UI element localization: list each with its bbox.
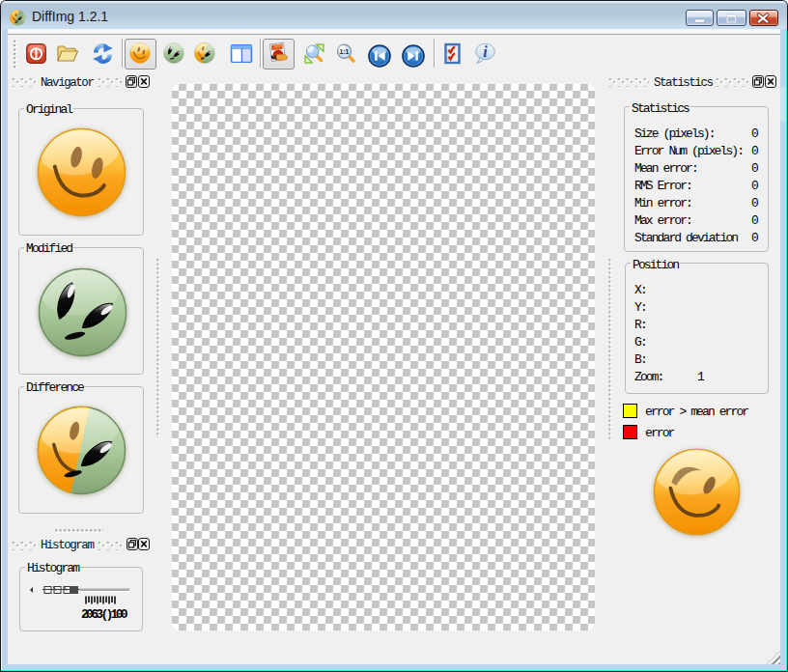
- svg-text:1:1: 1:1: [340, 48, 350, 55]
- svg-text:i: i: [483, 43, 488, 60]
- svg-text:2063()100: 2063()100: [81, 607, 128, 622]
